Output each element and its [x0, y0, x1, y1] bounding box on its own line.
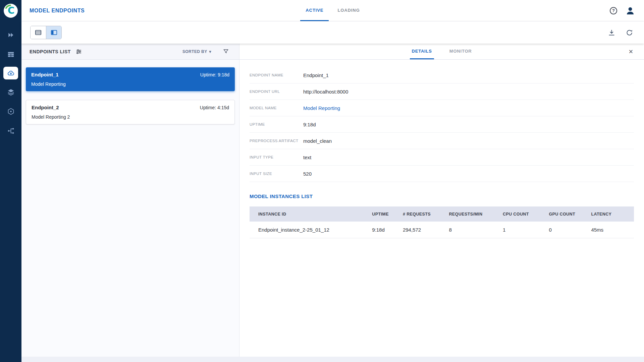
field-endpoint-url: ENDPOINT URL http://localhost:8000 — [250, 83, 634, 100]
sidebar-item-datasets[interactable] — [3, 85, 19, 99]
auto-refresh-icon[interactable] — [626, 29, 633, 37]
header-actions: ? — [610, 6, 635, 16]
cell-requests: 294,572 — [399, 222, 446, 238]
toolbar — [21, 21, 644, 44]
sidebar-item-pipelines[interactable] — [3, 124, 19, 138]
field-model-name: MODEL NAME Model Reporting — [250, 100, 634, 116]
content-area: ENDPOINTS LIST SORTED BY ▾ — [21, 44, 644, 362]
chevron-down-icon: ▾ — [209, 49, 211, 54]
endpoint-name: Endpoint_1 — [31, 72, 59, 77]
top-header: MODEL ENDPOINTS ACTIVE LOADING ? — [21, 0, 644, 21]
table-view-icon — [35, 29, 42, 36]
layers-icon — [7, 88, 15, 96]
pipeline-icon — [7, 127, 15, 135]
field-value: model_clean — [303, 138, 332, 144]
sidebar-item-applications[interactable] — [3, 104, 19, 118]
instance-row[interactable]: Endpoint_instance_2-25_01_12 9:18d 294,5… — [250, 222, 634, 238]
field-label: ENDPOINT URL — [250, 89, 303, 94]
sidebar-item-model-endpoints[interactable] — [3, 67, 18, 79]
endpoints-list-title: ENDPOINTS LIST — [30, 49, 71, 54]
double-play-icon — [7, 31, 15, 39]
endpoint-card[interactable]: Endpoint_2 Uptime: 4:15d Model Reporting… — [26, 100, 235, 124]
col-cpu-count: CPU COUNT — [499, 206, 546, 222]
col-instance-id: INSTANCE ID — [250, 206, 369, 222]
field-value: http://localhost:8000 — [303, 89, 348, 95]
field-label: UPTIME — [250, 122, 303, 126]
endpoints-list-panel: ENDPOINTS LIST SORTED BY ▾ — [21, 44, 239, 357]
tab-monitor[interactable]: MONITOR — [447, 44, 474, 59]
col-requests-min: REQUESTS/MIN — [445, 206, 499, 222]
col-latency: LATENCY — [588, 206, 634, 222]
tune-icon[interactable] — [75, 48, 82, 55]
endpoint-model: Model Reporting — [31, 81, 229, 87]
sidebar-item-projects[interactable] — [3, 28, 19, 42]
split-view-icon — [50, 29, 58, 36]
toolbar-actions — [608, 29, 633, 37]
page-title: MODEL ENDPOINTS — [30, 8, 85, 14]
close-icon[interactable]: ✕ — [629, 49, 633, 54]
cell-instance-id: Endpoint_instance_2-25_01_12 — [250, 222, 369, 238]
view-toggle-group — [30, 26, 62, 39]
main-column: MODEL ENDPOINTS ACTIVE LOADING ? — [21, 0, 644, 362]
split-view-button[interactable] — [46, 26, 61, 39]
field-value: Endpoint_1 — [303, 72, 329, 78]
clearml-logo[interactable]: C — [3, 3, 18, 18]
field-endpoint-name: ENDPOINT NAME Endpoint_1 — [250, 67, 634, 83]
col-uptime: UPTIME — [369, 206, 399, 222]
download-icon[interactable] — [608, 29, 615, 37]
cell-latency: 45ms — [588, 222, 634, 238]
field-label: INPUT TYPE — [250, 155, 303, 159]
col-gpu-count: GPU COUNT — [545, 206, 588, 222]
app-root: C — [0, 0, 644, 362]
endpoint-uptime: Uptime: 4:15d — [200, 105, 229, 110]
tab-details[interactable]: DETAILS — [410, 44, 434, 59]
field-label: INPUT SIZE — [250, 172, 303, 176]
endpoint-model: Model Reporting 2 — [32, 114, 229, 120]
sorted-by-dropdown[interactable]: SORTED BY ▾ — [182, 49, 211, 54]
cell-gpu-count: 0 — [545, 222, 588, 238]
cell-requests-min: 8 — [445, 222, 499, 238]
field-value: 520 — [303, 171, 312, 177]
cell-uptime: 9:18d — [369, 222, 399, 238]
field-uptime: UPTIME 9:18d — [250, 116, 634, 133]
model-instances-table: INSTANCE ID UPTIME # REQUESTS REQUESTS/M… — [250, 206, 634, 238]
field-value: text — [303, 155, 311, 160]
filter-funnel-icon[interactable] — [223, 48, 229, 55]
cell-cpu-count: 1 — [499, 222, 546, 238]
field-input-type: INPUT TYPE text — [250, 149, 634, 166]
model-instances-title: MODEL INSTANCES LIST — [250, 193, 634, 199]
hexagon-icon — [7, 108, 15, 115]
field-value: 9:18d — [303, 122, 316, 127]
col-requests: # REQUESTS — [399, 206, 446, 222]
field-label: PREPROCESS ARTIFACT — [250, 139, 303, 143]
details-panel-header: DETAILS MONITOR ✕ — [239, 44, 644, 60]
endpoint-uptime: Uptime: 9:18d — [200, 72, 229, 77]
help-icon[interactable]: ? — [610, 7, 617, 14]
endpoint-name: Endpoint_2 — [32, 105, 59, 110]
details-panel: DETAILS MONITOR ✕ ENDPOINT NAME Endpoint… — [239, 44, 644, 357]
model-name-link[interactable]: Model Reporting — [303, 105, 340, 111]
field-preprocess-artifact: PREPROCESS ARTIFACT model_clean — [250, 133, 634, 149]
sidebar-item-workers-queues[interactable] — [3, 47, 19, 61]
endpoints-list-header: ENDPOINTS LIST SORTED BY ▾ — [21, 44, 239, 60]
field-label: MODEL NAME — [250, 106, 303, 110]
endpoint-card[interactable]: Endpoint_1 Uptime: 9:18d Model Reporting — [26, 67, 235, 91]
svg-text:C: C — [8, 5, 15, 16]
field-label: ENDPOINT NAME — [250, 73, 303, 77]
field-input-size: INPUT SIZE 520 — [250, 166, 634, 182]
instances-table-header-row: INSTANCE ID UPTIME # REQUESTS REQUESTS/M… — [250, 206, 634, 222]
user-avatar-icon[interactable] — [625, 6, 635, 16]
table-view-button[interactable] — [31, 26, 46, 39]
header-tabs: ACTIVE LOADING — [21, 0, 644, 21]
grid-icon — [7, 51, 15, 58]
details-body: ENDPOINT NAME Endpoint_1 ENDPOINT URL ht… — [239, 60, 644, 238]
serving-cloud-icon — [7, 69, 15, 77]
tab-active[interactable]: ACTIVE — [300, 0, 329, 21]
tab-loading[interactable]: LOADING — [332, 0, 365, 21]
endpoints-cards: Endpoint_1 Uptime: 9:18d Model Reporting… — [21, 60, 239, 141]
sidebar: C — [0, 0, 21, 362]
sorted-by-label: SORTED BY — [182, 49, 207, 54]
